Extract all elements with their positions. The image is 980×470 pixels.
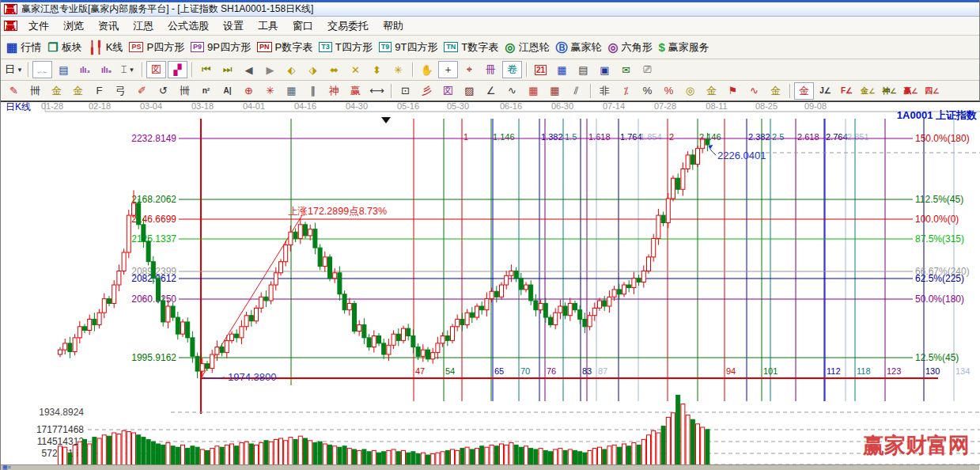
draw-percent-slash-red-button[interactable]: ⁒ (616, 82, 636, 100)
toolbar-item-winner-wheel[interactable]: Ⓑ赢家轮 (555, 40, 601, 55)
menu-item-1[interactable]: 浏览 (56, 18, 91, 33)
view-last-page-button[interactable]: ⏭ (218, 61, 237, 78)
draw-mirror-a-button[interactable]: A| (218, 82, 237, 100)
view-next-page-button[interactable]: ▶ (260, 61, 280, 78)
view-expand-h-button[interactable]: ⬌ (324, 61, 344, 78)
draw-j-angle-button[interactable]: J∠ (815, 82, 835, 100)
toolbar-item-p-square[interactable]: PSP四方形 (129, 40, 184, 55)
view-zoom-pointer-button[interactable]: ⌖ (460, 61, 479, 78)
view-notepad-button[interactable]: ▤ (573, 61, 593, 78)
draw-win-ruler-button[interactable]: 赢 (346, 82, 365, 100)
toolbar-item-p-number-table[interactable]: PNP数字表 (257, 40, 312, 55)
draw-gold-red-line-button[interactable]: 金 (766, 82, 785, 100)
draw-fan-red-button[interactable]: 彡 (417, 82, 437, 100)
draw-wave-red-button[interactable]: ∿ (744, 82, 764, 100)
view-brain-tool-button[interactable]: 卷 (502, 61, 522, 78)
draw-f-ruler-button[interactable]: F (89, 82, 109, 100)
draw-shen-angle-button[interactable]: 神∠ (880, 82, 899, 100)
draw-star-web-red-button[interactable]: ✳ (260, 82, 280, 100)
draw-slash-lines-button[interactable]: ⫽ (566, 82, 586, 100)
view-red-lattice-button[interactable]: 図 (146, 61, 166, 78)
draw-pencil-red-2-button[interactable]: ✐ (132, 82, 152, 100)
draw-angle-lines-button[interactable]: ∠ (481, 82, 501, 100)
view-calculator-button[interactable]: ▦ (552, 61, 572, 78)
menu-item-4[interactable]: 公式选股 (161, 18, 216, 33)
draw-four-angle-button[interactable]: 四∠ (922, 82, 942, 100)
toolbar-item-9t-square[interactable]: T99T四方形 (379, 40, 438, 55)
draw-gold-active-button[interactable]: 金 (794, 82, 814, 100)
draw-wave-check-button[interactable]: ∿ (502, 82, 522, 100)
coil-ruler-icon: 弓 (115, 84, 126, 98)
view-calendar-21-button[interactable]: 21 (531, 61, 551, 78)
draw-tick-ruler-button[interactable]: 卌 (25, 82, 45, 100)
view-publish-mail-button[interactable]: ✉ (616, 61, 636, 78)
draw-web-square-button[interactable]: ▦ (282, 82, 301, 100)
toolbar-item-quotes[interactable]: ▦行情 (6, 40, 41, 55)
view-crosshair-tool-button[interactable]: ＋ (438, 61, 458, 78)
toolbar-item-t-square[interactable]: T3T四方形 (319, 40, 372, 55)
draw-gold-lines-button[interactable]: 金 (702, 82, 721, 100)
view-hand-tool-button[interactable]: ✋ (417, 61, 437, 78)
draw-coil-ruler-button[interactable]: 弓 (111, 82, 131, 100)
view-color-histogram-button[interactable]: ▞ (168, 61, 187, 78)
menu-item-9[interactable]: 帮助 (376, 18, 411, 33)
view-candle-style-button[interactable]: ⌶▼ (118, 61, 138, 78)
kline-chart-svg[interactable]: 01-2802-1803-0403-1804-0104-1604-3005-16… (1, 101, 980, 470)
view-pan-right-button[interactable]: ⬗ (303, 61, 323, 78)
toolbar-item-9p-square[interactable]: P99P四方形 (191, 40, 251, 55)
view-save-floppy-button[interactable]: ▣ (595, 61, 615, 78)
draw-gold-angle-button[interactable]: 金∠ (858, 82, 878, 100)
draw-circle-gold-button[interactable]: ◎ (680, 82, 700, 100)
draw-box-frame-button[interactable]: ⊡ (395, 82, 415, 100)
toolbar-item-kline[interactable]: ╽╿K线 (89, 40, 123, 55)
draw-arrow-ruler-button[interactable]: ⟷ (367, 82, 387, 100)
toolbar-item-t-number-table[interactable]: TNT数字表 (444, 40, 498, 55)
draw-shen-ruler-button[interactable]: 神 (324, 82, 344, 100)
view-expand-v-button[interactable]: ⬍ (367, 61, 387, 78)
menu-item-7[interactable]: 窗口 (286, 18, 320, 33)
draw-grid-red-2-button[interactable]: ▦ (545, 82, 565, 100)
menu-item-0[interactable]: 文件 (21, 18, 56, 33)
toolbar-item-sectors[interactable]: ❒板块 (47, 40, 81, 55)
title-bar[interactable]: 赢 赢家江恩专业版[赢家内部服务平台] - [上证指数 SH1A0001-158… (1, 0, 979, 17)
toolbar-item-hexagon[interactable]: ◎六角形 (607, 40, 652, 55)
view-trend-pattern-button[interactable]: ﹏ (32, 61, 52, 78)
view-bars-3-button[interactable]: ılı₃ (75, 61, 95, 78)
draw-win-angle-button[interactable]: 赢∠ (901, 82, 921, 100)
view-bars-9-button[interactable]: ılı₉ (96, 61, 116, 78)
menu-item-2[interactable]: 资讯 (91, 18, 126, 33)
draw-fan-box-purple-button[interactable]: 図 (438, 82, 458, 100)
rise-annotation: 上涨172.2899点8.73% (288, 206, 387, 217)
view-expand-all-button[interactable]: ✳ (388, 61, 408, 78)
draw-pencil-flag-button[interactable]: ⚑ (723, 82, 743, 100)
toolbar-item-gann-wheel[interactable]: ◎江恩轮 (505, 40, 549, 55)
draw-tick-ruler-2-button[interactable]: 卌 (175, 82, 195, 100)
menu-item-5[interactable]: 设置 (216, 18, 251, 33)
menu-item-6[interactable]: 工具 (251, 18, 286, 33)
draw-scale-tool-button[interactable]: 非 (595, 82, 615, 100)
view-pan-left-button[interactable]: ⬖ (282, 61, 301, 78)
view-first-page-button[interactable]: ⏮ (196, 61, 216, 78)
view-remote-pc-button[interactable]: ⎚ (638, 61, 657, 78)
draw-percent-line-red-button[interactable]: % (659, 82, 679, 100)
draw-cycle-circle-button[interactable]: ↺ (153, 82, 173, 100)
draw-percent-button[interactable]: % (638, 82, 657, 100)
draw-n2-ruler-button[interactable]: n² (196, 82, 216, 100)
view-info-doc-button[interactable]: ▤ (54, 61, 74, 78)
draw-grid-red-button[interactable]: ▦ (524, 82, 543, 100)
draw-gold-ruler-1-button[interactable]: 金 (47, 82, 66, 100)
kline-chart-area[interactable]: 01-2802-1803-0403-1804-0104-1604-3005-16… (1, 101, 980, 470)
draw-pencil-red-button[interactable]: ✎ (4, 82, 24, 100)
menu-item-8[interactable]: 交易委托 (320, 18, 376, 33)
draw-double-bars-button[interactable]: ∥ (303, 82, 323, 100)
toolbar-item-winner-service[interactable]: $赢家服务 (658, 40, 709, 55)
view-purple-tool-button[interactable]: 冊 (481, 61, 501, 78)
view-compress-button[interactable]: ✕ (346, 61, 365, 78)
draw-fan-box-dark-button[interactable]: ▨ (460, 82, 479, 100)
draw-f-angle-button[interactable]: F∠ (837, 82, 857, 100)
draw-circle-cross-red-button[interactable]: ⊕ (239, 82, 259, 100)
view-period-day-button[interactable]: 日▼ (4, 61, 24, 78)
menu-item-3[interactable]: 江恩 (126, 18, 161, 33)
view-prev-page-button[interactable]: ◀ (239, 61, 259, 78)
draw-gold-ruler-2-button[interactable]: 金 (68, 82, 88, 100)
